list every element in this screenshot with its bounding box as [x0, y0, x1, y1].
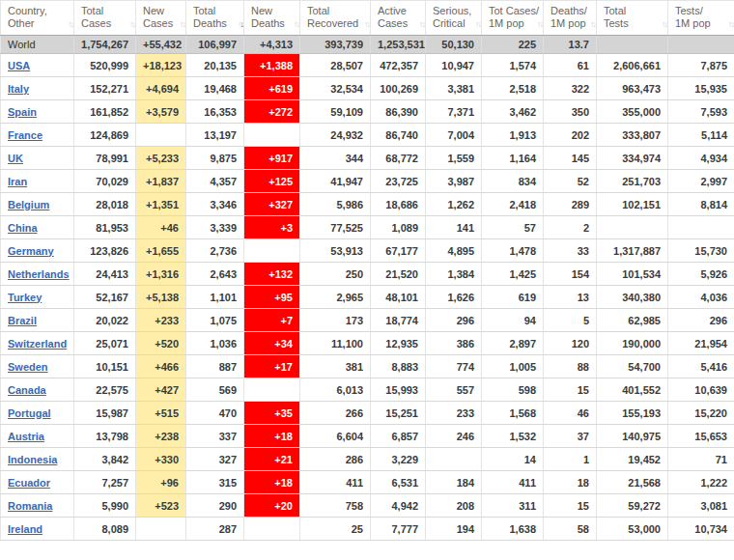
cell-deaths-per-1m: 88 [544, 355, 597, 378]
cell-total-recovered: 25 [300, 518, 371, 541]
cell-total-tests: 333,807 [597, 124, 668, 147]
cell-deaths-per-1m: 13 [544, 286, 597, 309]
cell-cases-per-1m: 598 [482, 378, 544, 402]
column-header-tests-per-1m[interactable]: Tests/1M pop↑↓ [668, 1, 734, 36]
country-link-turkey[interactable]: Turkey [8, 292, 42, 303]
cell-total-cases: 3,842 [74, 448, 136, 471]
column-header-total-tests[interactable]: TotalTests↑↓ [597, 1, 668, 36]
cell-total-cases: 520,999 [74, 54, 136, 77]
country-cell-austria: Austria [1, 425, 74, 448]
column-header-new-deaths[interactable]: NewDeaths↑↓ [244, 1, 300, 36]
cell-deaths-per-1m: 120 [544, 332, 597, 355]
table-row-turkey: Turkey52,167+5,1381,101+952,96548,1011,6… [1, 286, 734, 309]
country-link-indonesia[interactable]: Indonesia [8, 454, 57, 465]
cell-total-deaths: 337 [186, 425, 244, 448]
country-cell-sweden: Sweden [1, 355, 74, 378]
country-link-brazil[interactable]: Brazil [8, 315, 37, 326]
cell-tests-per-1m: 10,639 [668, 378, 734, 402]
column-header-new-cases[interactable]: NewCases↑↓ [136, 1, 186, 36]
cell-new-deaths: +35 [244, 402, 300, 425]
country-link-switzerland[interactable]: Switzerland [8, 338, 67, 350]
cell-total-tests: 53,000 [597, 518, 668, 541]
column-header-deaths-per-1m[interactable]: Deaths/1M pop↑↓ [544, 1, 597, 36]
cell-total-tests: 54,700 [597, 355, 668, 378]
column-header-serious-critical[interactable]: Serious,Critical↑↓ [426, 1, 482, 36]
cell-new-cases [136, 518, 186, 541]
cell-deaths-per-1m: 322 [544, 77, 597, 100]
country-link-iran[interactable]: Iran [8, 176, 27, 187]
cell-total-cases: 24,413 [74, 263, 136, 286]
column-header-total-deaths[interactable]: TotalDeaths↑↓ [186, 1, 244, 36]
cell-tests-per-1m: 296 [668, 309, 734, 332]
country-link-sweden[interactable]: Sweden [8, 361, 48, 373]
country-link-belgium[interactable]: Belgium [8, 199, 49, 210]
cell-total-cases: 15,987 [74, 402, 136, 425]
cell-serious-critical: 774 [426, 355, 482, 378]
column-header-total-recovered[interactable]: TotalRecovered↑↓ [300, 1, 371, 36]
cell-total-tests: 101,534 [597, 263, 668, 286]
sort-icon: ↑↓ [129, 19, 134, 29]
cell-cases-per-1m: 1,425 [482, 263, 544, 286]
sort-icon: ↑↓ [475, 19, 480, 29]
country-cell-turkey: Turkey [1, 286, 74, 309]
column-header-active-cases[interactable]: ActiveCases↑↓ [371, 1, 426, 36]
country-link-italy[interactable]: Italy [8, 83, 29, 95]
country-link-ireland[interactable]: Ireland [8, 523, 42, 535]
table-row-brazil: Brazil20,022+2331,075+717318,77429694562… [1, 309, 734, 332]
cell-total-deaths: 287 [186, 518, 244, 541]
column-label: TotalCases [81, 5, 122, 30]
cell-total-tests: 140,975 [597, 425, 668, 448]
cell-new-deaths: +327 [244, 193, 300, 216]
sort-icon: ↑↓ [180, 19, 184, 29]
cell-cases-per-1m: 2,518 [482, 77, 544, 100]
country-link-romania[interactable]: Romania [8, 500, 52, 512]
cell-cases-per-1m: 57 [482, 216, 544, 239]
country-cell-usa: USA [1, 54, 74, 77]
table-row-spain: Spain161,852+3,57916,353+27259,10986,390… [1, 100, 734, 124]
country-cell-spain: Spain [1, 100, 74, 124]
column-header-country[interactable]: Country,Other↑↓ [1, 1, 74, 36]
cell-cases-per-1m: 1,574 [482, 54, 544, 77]
cell-total-recovered: 344 [300, 147, 371, 170]
table-row-italy: Italy152,271+4,69419,468+61932,534100,26… [1, 77, 734, 100]
country-link-portugal[interactable]: Portugal [8, 407, 51, 419]
covid-stats-table: Country,Other↑↓TotalCases↑↓NewCases↑↓Tot… [0, 0, 734, 541]
cell-tests-per-1m: 15,653 [668, 425, 734, 448]
column-header-cases-per-1m[interactable]: Tot Cases/1M pop↑↓ [482, 1, 544, 36]
cell-new-deaths: +125 [244, 170, 300, 193]
country-link-austria[interactable]: Austria [8, 431, 44, 442]
country-link-netherlands[interactable]: Netherlands [8, 268, 70, 280]
country-link-france[interactable]: France [8, 129, 42, 141]
cell-total-cases: 1,754,267 [74, 36, 136, 54]
cell-cases-per-1m: 225 [482, 36, 544, 54]
column-header-total-cases[interactable]: TotalCases↑↓ [74, 1, 136, 36]
cell-serious-critical: 246 [426, 425, 482, 448]
country-cell-italy: Italy [1, 77, 74, 100]
cell-serious-critical [426, 448, 482, 471]
cell-cases-per-1m: 2,418 [482, 193, 544, 216]
cell-total-tests: 401,552 [597, 378, 668, 402]
cell-deaths-per-1m: 145 [544, 147, 597, 170]
cell-new-deaths [244, 518, 300, 541]
cell-active-cases: 23,725 [371, 170, 426, 193]
country-link-china[interactable]: China [8, 222, 38, 234]
table-row-romania: Romania5,990+523290+207584,9422083111559… [1, 494, 734, 518]
cell-active-cases: 48,101 [371, 286, 426, 309]
cell-total-cases: 20,022 [74, 309, 136, 332]
cell-new-cases: +466 [136, 355, 186, 378]
cell-cases-per-1m: 834 [482, 170, 544, 193]
country-link-usa[interactable]: USA [8, 60, 30, 71]
country-link-uk[interactable]: UK [8, 153, 23, 164]
cell-total-recovered: 266 [300, 402, 371, 425]
country-link-germany[interactable]: Germany [8, 245, 54, 257]
cell-total-recovered: 381 [300, 355, 371, 378]
sort-icon: ↑↓ [364, 19, 369, 29]
cell-serious-critical: 1,384 [426, 263, 482, 286]
country-link-spain[interactable]: Spain [8, 106, 37, 118]
cell-new-deaths: +95 [244, 286, 300, 309]
cell-cases-per-1m: 311 [482, 494, 544, 518]
cell-serious-critical: 386 [426, 332, 482, 355]
country-link-canada[interactable]: Canada [8, 384, 46, 396]
country-link-ecuador[interactable]: Ecuador [8, 477, 50, 489]
cell-new-deaths: +21 [244, 448, 300, 471]
